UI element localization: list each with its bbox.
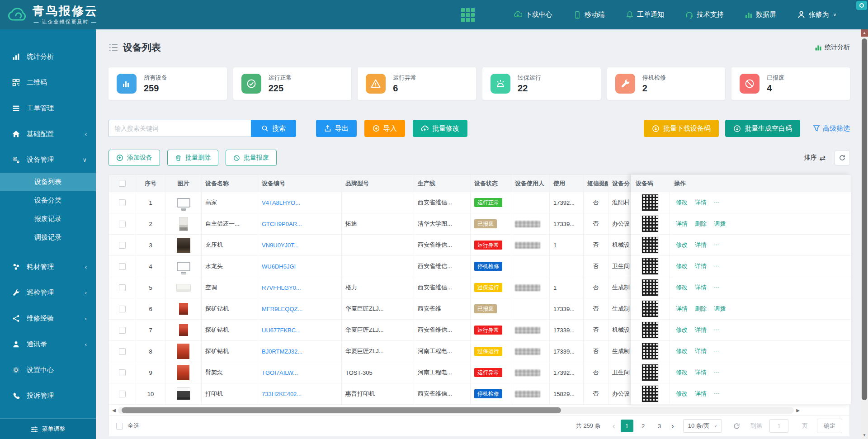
vscroll-thumb[interactable] — [862, 38, 867, 400]
action-link[interactable]: 调拨 — [714, 220, 726, 228]
batch-delete-button[interactable]: 批量删除 — [167, 150, 218, 166]
page-button-1[interactable]: 1 — [621, 420, 633, 432]
device-code-link[interactable]: 733H2KE402... — [262, 391, 302, 397]
select-all-checkbox[interactable] — [119, 180, 126, 187]
row-checkbox[interactable] — [119, 221, 126, 227]
device-qr-code[interactable] — [642, 258, 659, 275]
hscroll-thumb[interactable] — [122, 407, 561, 413]
sidebar-item-base-config[interactable]: 基础配置 ‹ — [0, 121, 96, 147]
action-link[interactable]: 详情 — [695, 390, 707, 398]
sidebar-item-repair-experience[interactable]: 维修经验 ‹ — [0, 306, 96, 331]
nav-mobile[interactable]: 移动端 — [573, 10, 605, 19]
device-qr-code[interactable] — [642, 343, 659, 360]
device-code-link[interactable]: TGOI7AILW... — [262, 369, 298, 376]
sidebar-item-statistics[interactable]: 统计分析 — [0, 44, 96, 70]
action-link[interactable]: 详情 — [676, 305, 688, 313]
row-checkbox[interactable] — [119, 242, 126, 249]
action-link[interactable]: 详情 — [676, 220, 688, 228]
action-link[interactable]: 修改 — [676, 283, 688, 292]
confirm-button[interactable]: 确定 — [817, 419, 842, 433]
row-checkbox[interactable] — [119, 199, 126, 206]
device-code-link[interactable]: WU6DH5JGI — [262, 263, 296, 270]
add-device-button[interactable]: 添加设备 — [108, 150, 160, 166]
footer-select-all-checkbox[interactable] — [116, 423, 123, 430]
menu-adjust-button[interactable]: 菜单调整 — [0, 418, 96, 439]
more-actions-link[interactable]: ··· — [714, 368, 720, 377]
action-link[interactable]: 详情 — [695, 198, 707, 207]
device-qr-code[interactable] — [642, 300, 659, 317]
floating-widget-button[interactable] — [856, 1, 867, 10]
nav-download-center[interactable]: 下载中心 — [514, 10, 552, 19]
batch-edit-button[interactable]: 批量修改 — [413, 120, 467, 137]
batch-scrap-button[interactable]: 批量报废 — [226, 150, 277, 166]
page-button-2[interactable]: 2 — [637, 420, 650, 432]
footer-refresh-button[interactable] — [733, 422, 741, 430]
device-qr-code[interactable] — [642, 236, 659, 254]
row-checkbox[interactable] — [119, 348, 126, 355]
page-button-3[interactable]: 3 — [653, 420, 666, 432]
goto-page-input[interactable] — [769, 419, 788, 433]
prev-page-button[interactable]: ‹ — [611, 421, 617, 431]
hscroll-track[interactable] — [118, 407, 794, 414]
device-code-link[interactable]: BJ0RTMZJ32... — [262, 348, 302, 355]
sidebar-item-consumables[interactable]: 耗材管理 ‹ — [0, 254, 96, 280]
vertical-scrollbar[interactable]: ▲ ▼ — [861, 29, 868, 439]
action-link[interactable]: 修改 — [676, 390, 688, 398]
import-button[interactable]: 导入 — [364, 120, 405, 137]
scroll-down-arrow-icon[interactable]: ▼ — [861, 432, 868, 439]
more-actions-link[interactable]: ··· — [714, 198, 720, 207]
sidebar-item-qrcode[interactable]: 二维码 — [0, 70, 96, 95]
device-qr-code[interactable] — [642, 364, 659, 381]
sidebar-subitem-device-list[interactable]: 设备列表 — [0, 173, 96, 191]
device-qr-code[interactable] — [642, 321, 659, 339]
action-link[interactable]: 详情 — [695, 262, 707, 270]
device-code-link[interactable]: R7VFHLGY0... — [262, 284, 301, 291]
scroll-left-arrow-icon[interactable]: ◀ — [111, 408, 117, 413]
device-qr-code[interactable] — [642, 279, 659, 296]
device-code-link[interactable]: UU677FKBC... — [262, 327, 301, 334]
export-button[interactable]: 导出 — [316, 120, 357, 137]
action-link[interactable]: 修改 — [676, 262, 688, 270]
device-code-link[interactable]: VN9U0YJ0T... — [262, 242, 299, 249]
device-code-link[interactable]: GTCH9P0AR... — [262, 221, 302, 227]
action-link[interactable]: 详情 — [695, 347, 707, 355]
action-link[interactable]: 修改 — [676, 241, 688, 249]
more-actions-link[interactable]: ··· — [714, 326, 720, 334]
action-link[interactable]: 删除 — [695, 305, 707, 313]
action-link[interactable]: 修改 — [676, 347, 688, 355]
row-checkbox[interactable] — [119, 327, 126, 334]
more-actions-link[interactable]: ··· — [714, 283, 720, 292]
scroll-right-arrow-icon[interactable]: ▶ — [795, 408, 801, 413]
more-actions-link[interactable]: ··· — [714, 347, 720, 355]
more-actions-link[interactable]: ··· — [714, 390, 720, 398]
device-code-link[interactable]: MFR9LEQQZ... — [262, 306, 302, 312]
sidebar-item-inspection[interactable]: 巡检管理 ‹ — [0, 280, 96, 306]
sidebar-subitem-transfer-records[interactable]: 调拨记录 — [0, 228, 96, 247]
device-qr-code[interactable] — [642, 385, 659, 402]
statistics-link[interactable]: 统计分析 — [815, 43, 850, 52]
action-link[interactable]: 详情 — [695, 368, 707, 377]
sidebar-item-work-orders[interactable]: 工单管理 — [0, 95, 96, 121]
device-qr-code[interactable] — [642, 215, 659, 232]
sidebar-item-settings[interactable]: 设置中心 — [0, 357, 96, 383]
user-menu[interactable]: 张修为 ∨ — [797, 10, 836, 19]
row-checkbox[interactable] — [119, 369, 126, 376]
scroll-up-arrow-icon[interactable]: ▲ — [861, 29, 868, 37]
refresh-table-button[interactable] — [835, 150, 850, 165]
nav-tech-support[interactable]: 技术支持 — [685, 10, 724, 19]
batch-generate-codes-button[interactable]: 批量生成空白码 — [725, 120, 800, 137]
search-button[interactable]: 搜索 — [251, 120, 296, 137]
nav-order-notify[interactable]: 工单通知 — [626, 10, 664, 19]
search-input[interactable] — [108, 120, 251, 137]
more-actions-link[interactable]: ··· — [714, 241, 720, 249]
action-link[interactable]: 调拨 — [714, 305, 726, 313]
device-qr-code[interactable] — [642, 194, 659, 211]
sidebar-item-complaints[interactable]: 投诉管理 — [0, 383, 96, 409]
action-link[interactable]: 删除 — [695, 220, 707, 228]
sidebar-subitem-device-category[interactable]: 设备分类 — [0, 191, 96, 210]
row-checkbox[interactable] — [119, 284, 126, 291]
action-link[interactable]: 详情 — [695, 283, 707, 292]
row-checkbox[interactable] — [119, 391, 126, 397]
next-page-button[interactable]: › — [670, 421, 676, 431]
device-code-link[interactable]: V4TA8LHYO... — [262, 199, 300, 206]
